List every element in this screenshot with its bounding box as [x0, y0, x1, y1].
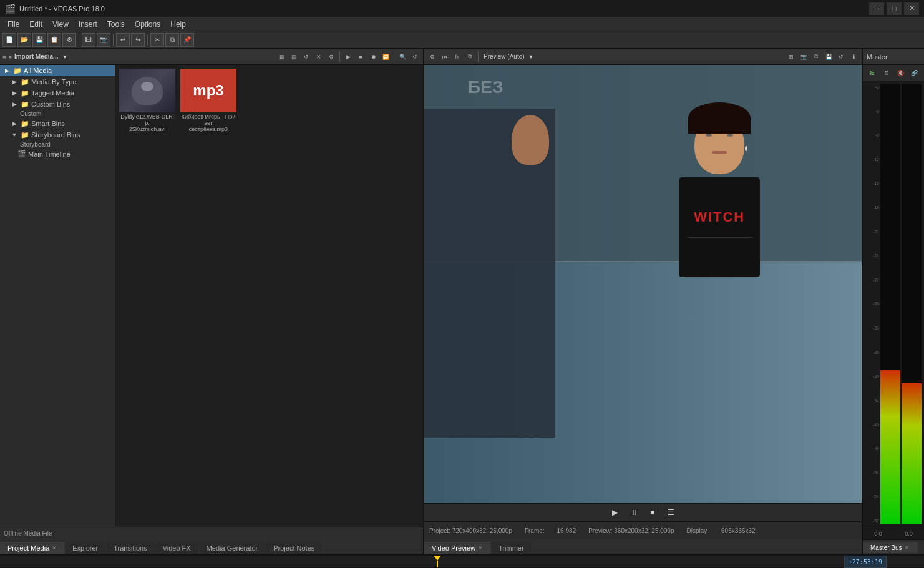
- preview-stop-btn[interactable]: ■: [646, 506, 659, 519]
- master-fx-btn[interactable]: fx: [867, 67, 878, 79]
- tree-item-media-by-type[interactable]: ▶ 📁 Media By Type: [0, 76, 115, 87]
- left-head: [512, 115, 549, 165]
- media-remove-btn[interactable]: ✕: [313, 51, 324, 62]
- preview-refresh-btn[interactable]: ↺: [835, 51, 847, 62]
- tree-item-custom-bins[interactable]: ▶ 📁 Custom Bins: [0, 99, 115, 110]
- media-thumb-video: [119, 69, 175, 112]
- media-view-btn2[interactable]: ▤: [288, 51, 299, 62]
- preview-pause-btn[interactable]: ⏸: [627, 506, 641, 519]
- master-vu-meter: -3 -6 -9 -12 -15 -18 -21 -24 -27 -30 -33…: [863, 81, 924, 527]
- media-refresh-btn[interactable]: ↺: [301, 51, 312, 62]
- tree-label-storyboard-bins: Storyboard Bins: [31, 131, 80, 139]
- tab-master-bus[interactable]: Master Bus ✕: [863, 542, 918, 553]
- tab-video-fx[interactable]: Video FX: [155, 542, 199, 554]
- video-content: БЕЗ: [424, 65, 862, 503]
- menu-file[interactable]: File: [2, 19, 24, 30]
- tab-transitions[interactable]: Transitions: [106, 542, 155, 554]
- menu-options[interactable]: Options: [130, 19, 165, 30]
- tree-item-tagged-media[interactable]: ▶ 📁 Tagged Media: [0, 87, 115, 99]
- master-mute-btn[interactable]: 🔇: [895, 67, 906, 79]
- media-play-btn[interactable]: ▶: [343, 51, 354, 62]
- tree-item-main-timeline[interactable]: 🎬 Main Timeline: [0, 149, 115, 159]
- preview-prev-btn[interactable]: ⏮: [439, 51, 450, 62]
- tab-explorer[interactable]: Explorer: [65, 542, 106, 554]
- paste-button[interactable]: 📌: [180, 33, 194, 47]
- media-stop-btn[interactable]: ■: [355, 51, 366, 62]
- preview-split2-btn[interactable]: ⧉: [810, 51, 822, 62]
- shirt-line: [687, 237, 752, 238]
- media-loop-btn[interactable]: 🔁: [380, 51, 391, 62]
- tree-panel: ▶ 📁 All Media ▶ 📁 Media By Type ▶ 📁 Tagg…: [0, 65, 115, 527]
- media-content-area: Dyldy.e12.WEB-DLRip.25Kuzmich.avi mp3 Ки…: [115, 65, 423, 527]
- right-panel: ⚙ ⏮ fx ⧉ Preview (Auto) ▼ ⊞ 📷 ⧉ 💾 ↺ ℹ: [424, 49, 862, 554]
- vu-label-7: -21: [865, 230, 879, 234]
- vu-label-12: -36: [865, 350, 879, 355]
- master-link-btn[interactable]: 🔗: [909, 67, 920, 79]
- master-bus-label: Master Bus: [870, 544, 902, 551]
- preview-play-btn[interactable]: ▶: [608, 506, 622, 519]
- preview-split-btn[interactable]: ⧉: [464, 51, 475, 62]
- tree-item-smart-bins[interactable]: ▶ 📁 Smart Bins: [0, 118, 115, 129]
- folder-icon4: 📁: [21, 100, 29, 109]
- new-button[interactable]: 📄: [2, 33, 16, 47]
- tab-trimmer[interactable]: Trimmer: [491, 542, 532, 554]
- media-sep1: [339, 51, 340, 62]
- tab-media-generator[interactable]: Media Generator: [199, 542, 266, 554]
- preview-capture-btn[interactable]: 📷: [798, 51, 809, 62]
- media-settings-btn[interactable]: ⚙: [326, 51, 337, 62]
- close-button[interactable]: ✕: [904, 2, 919, 15]
- master-header: Master: [863, 49, 924, 65]
- head: [694, 115, 744, 174]
- media-item-video[interactable]: Dyldy.e12.WEB-DLRip.25Kuzmich.avi: [118, 67, 177, 134]
- tab-video-preview[interactable]: Video Preview ✕: [424, 542, 491, 554]
- meter-container: -3 -6 -9 -12 -15 -18 -21 -24 -27 -30 -33…: [865, 84, 922, 524]
- titlebar-left: 🎬 Untitled * - VEGAS Pro 18.0: [5, 4, 105, 14]
- save-button[interactable]: 💾: [32, 33, 46, 47]
- preview-save-btn[interactable]: 💾: [823, 51, 834, 62]
- master-settings-btn[interactable]: ⚙: [881, 67, 892, 79]
- maximize-button[interactable]: □: [887, 2, 902, 15]
- preview-grid-btn[interactable]: ⊞: [785, 51, 797, 62]
- capture-button[interactable]: 📷: [97, 33, 110, 47]
- tab-project-media[interactable]: Project Media ✕: [0, 542, 65, 554]
- master-bus-close[interactable]: ✕: [905, 544, 910, 551]
- tab-project-media-close[interactable]: ✕: [52, 545, 57, 551]
- timeline-section: +27:53:19 1 Dyldy.e12.WEB-DLRip.25Kuzmic…: [0, 554, 924, 568]
- media-view-btn1[interactable]: ▦: [276, 51, 287, 62]
- video-preview-close[interactable]: ✕: [478, 545, 483, 551]
- media-zoom2-btn[interactable]: ↺: [409, 51, 421, 62]
- menu-tools[interactable]: Tools: [102, 19, 130, 30]
- preview-info-bar: Project: 720x400x32; 25,000p Frame: 16 9…: [424, 522, 862, 539]
- open-button[interactable]: 📂: [17, 33, 31, 47]
- save-as-button[interactable]: 📋: [47, 33, 61, 47]
- preview-menu-btn[interactable]: ☰: [664, 506, 678, 519]
- menu-insert[interactable]: Insert: [74, 19, 102, 30]
- cut-button[interactable]: ✂: [150, 33, 164, 47]
- display-label: Display:: [686, 527, 709, 534]
- preview-settings-btn[interactable]: ⚙: [427, 51, 438, 62]
- expand-icon: ▶: [2, 66, 11, 75]
- tab-project-notes[interactable]: Project Notes: [266, 542, 323, 554]
- meter-bar-right: [902, 84, 922, 524]
- redo-button[interactable]: ↪: [131, 33, 145, 47]
- undo-button[interactable]: ↩: [116, 33, 130, 47]
- minimize-button[interactable]: ─: [869, 2, 884, 15]
- toolbar-separator-2: [113, 34, 114, 46]
- menu-edit[interactable]: Edit: [24, 19, 47, 30]
- media-record-btn[interactable]: ⏺: [367, 51, 379, 62]
- properties-button[interactable]: ⚙: [62, 33, 76, 47]
- media-item-audio[interactable]: mp3 Кибирев Игорь - Приветсестрёнка.mp3: [179, 67, 238, 134]
- media-zoom-btn[interactable]: 🔍: [397, 51, 408, 62]
- tree-item-storyboard-bins[interactable]: ▼ 📁 Storyboard Bins: [0, 129, 115, 140]
- preview-res: Preview: 360x200x32; 25,000p: [588, 527, 674, 534]
- menu-help[interactable]: Help: [165, 19, 191, 30]
- media-toolbar: ■ ■ Import Media... ▼ ▦ ▤ ↺ ✕ ⚙ ▶ ■ ⏺ 🔁 …: [0, 49, 423, 65]
- tree-item-all-media[interactable]: ▶ 📁 All Media: [0, 65, 115, 76]
- tree-label-custom: Custom: [0, 110, 115, 118]
- expand-icon3: ▶: [10, 89, 19, 97]
- preview-fx-btn[interactable]: fx: [452, 51, 463, 62]
- menu-view[interactable]: View: [47, 19, 74, 30]
- preview-info-btn[interactable]: ℹ: [848, 51, 859, 62]
- render-button[interactable]: 🎞: [82, 33, 95, 47]
- copy-button[interactable]: ⧉: [165, 33, 179, 47]
